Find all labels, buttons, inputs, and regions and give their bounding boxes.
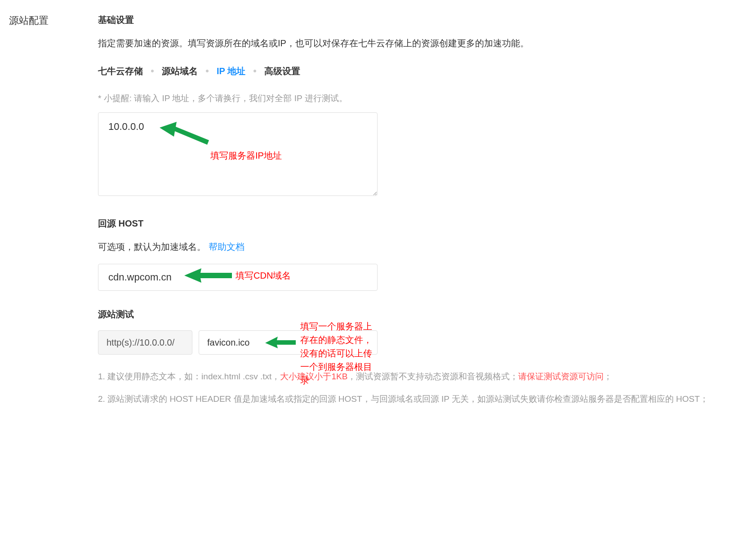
- test-notes: 1. 建议使用静态文本，如：index.html .csv .txt，大小建议小…: [98, 368, 746, 408]
- help-doc-link[interactable]: 帮助文档: [209, 242, 245, 252]
- basic-settings-title: 基础设置: [98, 13, 746, 27]
- origin-test-title: 源站测试: [98, 307, 746, 321]
- host-input[interactable]: [98, 264, 378, 291]
- note-1: 1. 建议使用静态文本，如：index.html .csv .txt，大小建议小…: [98, 368, 746, 385]
- note-1b: 大小建议小于1KB: [280, 372, 347, 381]
- note-1d: 请保证测试资源可访问: [518, 372, 604, 381]
- ip-hint: * 小提醒: 请输入 IP 地址，多个请换行，我们对全部 IP 进行测试。: [98, 92, 746, 105]
- section-label: 源站配置: [9, 13, 49, 413]
- tab-separator: [206, 70, 209, 72]
- note-1a: 1. 建议使用静态文本，如：index.html .csv .txt，: [98, 372, 280, 381]
- ip-address-input[interactable]: 10.0.0.0: [98, 112, 378, 196]
- host-title: 回源 HOST: [98, 216, 746, 231]
- host-description: 可选项，默认为加速域名。 帮助文档: [98, 240, 746, 254]
- note-1e: ；: [604, 372, 612, 381]
- note-1c: ，测试资源暂不支持动态资源和音视频格式；: [347, 372, 518, 381]
- tab-separator: [253, 70, 256, 72]
- tab-origin-domain[interactable]: 源站域名: [162, 64, 198, 78]
- tab-separator: [151, 70, 154, 72]
- host-desc-text: 可选项，默认为加速域名。: [98, 242, 209, 252]
- basic-description: 指定需要加速的资源。填写资源所在的域名或IP，也可以对保存在七牛云存储上的资源创…: [98, 36, 746, 50]
- tab-qiniu-storage[interactable]: 七牛云存储: [98, 64, 143, 78]
- test-url-prefix: http(s)://10.0.0.0/: [98, 330, 192, 355]
- tab-advanced[interactable]: 高级设置: [264, 64, 300, 78]
- test-file-input[interactable]: [199, 330, 378, 355]
- note-2: 2. 源站测试请求的 HOST HEADER 值是加速域名或指定的回源 HOST…: [98, 391, 746, 408]
- origin-type-tabs: 七牛云存储 源站域名 IP 地址 高级设置: [98, 64, 746, 78]
- tab-ip-address[interactable]: IP 地址: [217, 64, 245, 78]
